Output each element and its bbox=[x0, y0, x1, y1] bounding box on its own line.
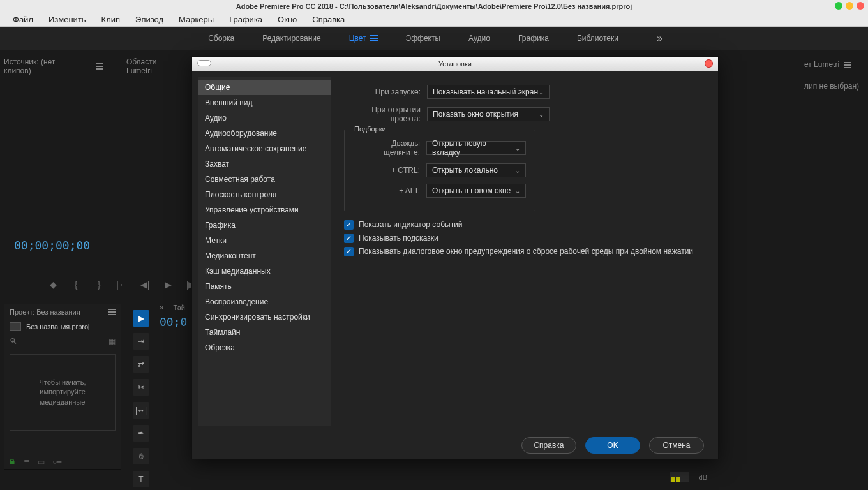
ctrl-label: + CTRL: bbox=[354, 166, 420, 175]
category-appearance[interactable]: Внешний вид bbox=[198, 95, 331, 110]
search-filter-icon[interactable]: ▦ bbox=[108, 337, 116, 346]
workspace-editing[interactable]: Редактирование bbox=[260, 30, 323, 47]
play-back-icon[interactable]: ◀| bbox=[139, 279, 151, 290]
razor-tool[interactable]: ✂︎ bbox=[133, 379, 149, 396]
menubar: Файл Изменить Клип Эпизод Маркеры График… bbox=[0, 13, 868, 27]
go-in-icon[interactable]: } bbox=[93, 279, 105, 290]
step-back-icon[interactable]: |← bbox=[116, 279, 128, 290]
menu-clip[interactable]: Клип bbox=[94, 13, 128, 26]
category-media-cache[interactable]: Кэш медиаданных bbox=[198, 264, 331, 279]
maximize-dot[interactable] bbox=[846, 2, 853, 10]
dialog-pill-icon bbox=[197, 60, 211, 66]
dialog-titlebar: Установки bbox=[192, 57, 718, 71]
checkbox-tooltips[interactable]: Показывать подсказки bbox=[344, 234, 703, 243]
list-view-icon[interactable]: ≣ bbox=[24, 457, 30, 466]
checkbox-icon bbox=[344, 220, 354, 230]
titlebar: Adobe Premiere Pro CC 2018 - C:\Пользова… bbox=[0, 0, 868, 13]
track-select-tool[interactable]: ⇥ bbox=[133, 333, 149, 350]
dblclick-label: Дважды щелкните: bbox=[354, 139, 420, 157]
mark-in-icon[interactable]: ◆ bbox=[47, 279, 59, 290]
lock-icon[interactable]: 🔒︎ bbox=[8, 457, 16, 466]
pen-tool[interactable]: ✒︎ bbox=[133, 425, 149, 442]
panel-menu-icon[interactable] bbox=[844, 64, 851, 66]
preferences-categories: Общие Внешний вид Аудио Аудиооборудовани… bbox=[198, 77, 331, 426]
workspace-effects[interactable]: Эффекты bbox=[403, 30, 444, 47]
chevron-down-icon: ⌄ bbox=[539, 111, 544, 118]
category-timeline[interactable]: Таймлайн bbox=[198, 325, 331, 340]
slip-tool[interactable]: |↔| bbox=[133, 402, 149, 419]
startup-select[interactable]: Показывать начальный экран ⌄ bbox=[427, 85, 550, 99]
ripple-tool[interactable]: ⇄ bbox=[133, 356, 149, 373]
alt-label: + ALT: bbox=[354, 186, 420, 195]
help-button[interactable]: Справка bbox=[521, 437, 576, 454]
cancel-button[interactable]: Отмена bbox=[649, 437, 704, 454]
workspace-menu-icon[interactable] bbox=[370, 38, 378, 39]
workspace-graphics[interactable]: Графика bbox=[516, 30, 551, 47]
bins-group: Подборки Дважды щелкните: Открыть новую … bbox=[344, 130, 535, 211]
close-dot[interactable] bbox=[857, 2, 864, 10]
hand-tool[interactable]: ✋︎ bbox=[133, 448, 149, 464]
chevron-down-icon: ⌄ bbox=[539, 89, 544, 96]
play-icon[interactable]: ▶ bbox=[162, 279, 174, 290]
preferences-dialog: Установки Общие Внешний вид Аудио Аудиоо… bbox=[191, 56, 719, 459]
category-memory[interactable]: Память bbox=[198, 279, 331, 294]
category-playback[interactable]: Воспроизведение bbox=[198, 294, 331, 309]
audio-meter-label: dB bbox=[699, 473, 707, 481]
timeline-tab[interactable]: Тай bbox=[174, 304, 186, 311]
ok-button[interactable]: OK bbox=[585, 437, 640, 454]
menu-markers[interactable]: Маркеры bbox=[171, 13, 221, 26]
category-audio-hardware[interactable]: Аудиооборудование bbox=[198, 126, 331, 141]
category-media[interactable]: Медиаконтент bbox=[198, 248, 331, 264]
dialog-title: Установки bbox=[438, 60, 472, 68]
category-capture[interactable]: Захват bbox=[198, 156, 331, 172]
icon-view-icon[interactable]: ▭ bbox=[38, 457, 45, 466]
alt-select[interactable]: Открыть в новом окне⌄ bbox=[426, 184, 526, 198]
minimize-dot[interactable] bbox=[835, 2, 842, 10]
workspace-audio[interactable]: Аудио bbox=[466, 30, 493, 47]
tab-source[interactable]: Источник: (нет клипов) bbox=[4, 57, 82, 75]
import-media-dropzone[interactable]: Чтобы начать, импортируйте медиаданные bbox=[10, 354, 116, 431]
chevron-down-icon: ⌄ bbox=[515, 167, 520, 174]
category-collaboration[interactable]: Совместная работа bbox=[198, 172, 331, 187]
project-search-input[interactable] bbox=[21, 336, 105, 346]
checkbox-icon bbox=[344, 234, 354, 243]
lumetri-noclip-text: лип не выбран) bbox=[800, 79, 863, 93]
category-trim[interactable]: Обрезка bbox=[198, 340, 331, 355]
workspace-assembly[interactable]: Сборка bbox=[206, 30, 237, 47]
workspace-overflow-icon[interactable]: » bbox=[657, 33, 662, 44]
workspace-color[interactable]: Цвет bbox=[347, 30, 380, 47]
tab-lumetri-scopes[interactable]: Области Lumetri bbox=[126, 57, 183, 75]
open-project-select[interactable]: Показать окно открытия ⌄ bbox=[427, 107, 550, 121]
app-icon bbox=[3, 2, 13, 10]
checkbox-events-indicator[interactable]: Показать индикатор событий bbox=[344, 220, 703, 230]
dialog-close-icon[interactable] bbox=[705, 59, 713, 68]
ctrl-select[interactable]: Открыть локально⌄ bbox=[426, 163, 526, 177]
menu-window[interactable]: Окно bbox=[270, 13, 304, 26]
type-tool[interactable]: T bbox=[133, 471, 149, 487]
selection-tool[interactable]: ▶ bbox=[133, 310, 149, 327]
category-audio[interactable]: Аудио bbox=[198, 110, 331, 126]
timeline-close-icon[interactable]: × bbox=[160, 304, 163, 311]
checkbox-icon bbox=[344, 247, 354, 256]
mark-out-icon[interactable]: { bbox=[70, 279, 82, 290]
menu-sequence[interactable]: Эпизод bbox=[128, 13, 171, 26]
panel-menu-icon[interactable] bbox=[108, 311, 116, 313]
category-general[interactable]: Общие bbox=[198, 80, 331, 95]
search-icon: 🔍︎ bbox=[10, 337, 17, 346]
dblclick-select[interactable]: Открыть новую вкладку⌄ bbox=[426, 141, 526, 155]
category-labels[interactable]: Метки bbox=[198, 233, 331, 248]
audio-meter bbox=[670, 472, 689, 482]
zoom-slider[interactable]: ○━ bbox=[52, 457, 61, 466]
workspace-libraries[interactable]: Библиотеки bbox=[574, 30, 621, 47]
panel-menu-icon[interactable] bbox=[96, 66, 103, 67]
menu-help[interactable]: Справка bbox=[304, 13, 352, 26]
menu-graphics[interactable]: Графика bbox=[221, 13, 270, 26]
category-control-surface[interactable]: Плоскость контроля bbox=[198, 187, 331, 202]
category-sync-settings[interactable]: Синхронизировать настройки bbox=[198, 309, 331, 325]
menu-file[interactable]: Файл bbox=[5, 13, 41, 26]
menu-edit[interactable]: Изменить bbox=[41, 13, 94, 26]
category-graphics[interactable]: Графика bbox=[198, 218, 331, 233]
checkbox-workspace-reset-warning[interactable]: Показывать диалоговое окно предупреждени… bbox=[344, 247, 703, 256]
category-device-control[interactable]: Управление устройствами bbox=[198, 202, 331, 218]
category-autosave[interactable]: Автоматическое сохранение bbox=[198, 141, 331, 156]
